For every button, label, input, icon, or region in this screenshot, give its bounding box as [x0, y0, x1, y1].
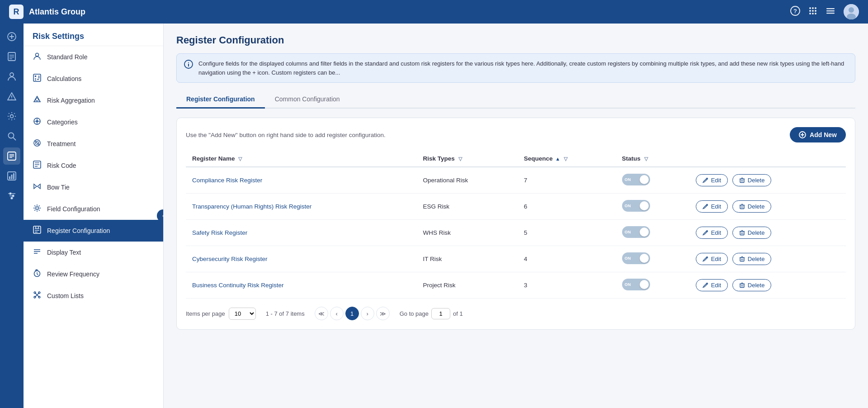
edit-button-3[interactable]: Edit — [696, 253, 728, 265]
cell-risk-types-4: Project Risk — [416, 272, 517, 299]
sidebar-item-review-frequency[interactable]: Review Frequency — [24, 263, 163, 285]
svg-point-9 — [812, 13, 814, 14]
sidebar-item-bow-tie[interactable]: Bow Tie — [24, 176, 163, 198]
toggle-status-0[interactable]: ON — [622, 174, 650, 185]
items-per-page-select[interactable]: 10 25 50 100 — [229, 308, 256, 320]
cell-register-name-0: Compliance Risk Register — [186, 167, 416, 194]
svg-point-43 — [11, 197, 13, 199]
top-navigation: R Atlantis Group ? — [0, 0, 868, 24]
svg-point-41 — [9, 193, 11, 195]
sidebar-item-label-risk-aggregation: Risk Aggregation — [47, 97, 95, 104]
sidebar-item-label-treatment: Treatment — [47, 140, 75, 147]
delete-button-1[interactable]: Delete — [732, 200, 772, 213]
cell-actions-0: Edit Delete — [687, 167, 846, 194]
avatar[interactable] — [844, 4, 859, 19]
current-page-button[interactable]: 1 — [345, 307, 359, 320]
cell-actions-3: Edit Delete — [687, 246, 846, 272]
sidebar-item-categories[interactable]: Categories — [24, 111, 163, 133]
add-new-button[interactable]: Add New — [790, 127, 846, 142]
svg-point-27 — [10, 115, 14, 118]
sidebar-item-risk-aggregation[interactable]: Risk Aggregation — [24, 90, 163, 111]
sidebar-item-display-text[interactable]: Display Text — [24, 242, 163, 263]
first-page-button[interactable]: ≪ — [315, 307, 328, 320]
sidebar-item-icon-categories — [33, 117, 42, 127]
toggle-status-1[interactable]: ON — [622, 200, 650, 212]
delete-button-3[interactable]: Delete — [732, 253, 772, 265]
icon-nav-search[interactable] — [3, 128, 20, 145]
table-row: Compliance Risk Register Operational Ris… — [186, 167, 846, 194]
cell-status-1: ON — [616, 194, 687, 220]
toggle-status-4[interactable]: ON — [622, 279, 650, 290]
register-table: Register Name ▽ Risk Types ▽ Sequence ▲ … — [186, 151, 846, 299]
icon-nav-add[interactable] — [3, 28, 20, 45]
col-sequence-sort-icon[interactable]: ▲ — [555, 156, 560, 161]
edit-button-0[interactable]: Edit — [696, 174, 728, 186]
toolbar-text: Use the "Add New" button on right hand s… — [186, 132, 386, 138]
col-sequence-filter-icon[interactable]: ▽ — [564, 156, 567, 161]
icon-nav-doc[interactable] — [3, 48, 20, 65]
goto-input[interactable]: 1 — [431, 308, 450, 319]
tab-register-configuration[interactable]: Register Configuration — [176, 91, 265, 109]
sidebar-item-icon-calculations — [33, 74, 42, 84]
edit-button-1[interactable]: Edit — [696, 200, 728, 213]
edit-button-2[interactable]: Edit — [696, 227, 728, 239]
svg-point-81 — [188, 62, 189, 63]
delete-button-0[interactable]: Delete — [732, 174, 772, 186]
prev-page-button[interactable]: ‹ — [330, 307, 344, 320]
table-row: Transparency (Human Rights) Risk Registe… — [186, 194, 846, 220]
sidebar-item-custom-lists[interactable]: Custom Lists — [24, 285, 163, 307]
help-icon[interactable]: ? — [790, 6, 800, 18]
menu-icon[interactable] — [826, 6, 835, 18]
icon-nav-person[interactable] — [3, 68, 20, 85]
svg-rect-35 — [9, 176, 10, 179]
grid-icon[interactable] — [808, 6, 817, 18]
sidebar-item-label-calculations: Calculations — [47, 75, 81, 82]
icon-nav-filter[interactable] — [3, 187, 20, 204]
next-page-button[interactable]: › — [361, 307, 374, 320]
col-sequence: Sequence ▲ ▽ — [518, 151, 616, 167]
sidebar-item-register-configuration[interactable]: Register Configuration — [24, 220, 163, 242]
sidebar-item-label-standard-role: Standard Role — [47, 53, 88, 61]
cell-sequence-2: 5 — [518, 220, 616, 246]
icon-nav-settings[interactable] — [3, 108, 20, 125]
col-actions — [687, 151, 846, 167]
sidebar-item-field-configuration[interactable]: Field Configuration — [24, 198, 163, 220]
delete-button-4[interactable]: Delete — [732, 279, 772, 291]
tab-common-configuration[interactable]: Common Configuration — [265, 91, 350, 109]
last-page-button[interactable]: ≫ — [376, 307, 390, 320]
toggle-status-2[interactable]: ON — [622, 226, 650, 238]
page-title: Register Configuration — [176, 34, 855, 46]
cell-status-0: ON — [616, 167, 687, 194]
sidebar-title: Risk Settings — [24, 24, 163, 46]
edit-button-4[interactable]: Edit — [696, 279, 728, 291]
icon-nav-warning[interactable] — [3, 88, 20, 105]
sidebar-item-standard-role[interactable]: Standard Role — [24, 46, 163, 68]
main-content: Register Configuration Configure fields … — [164, 24, 868, 408]
delete-button-2[interactable]: Delete — [732, 227, 772, 239]
cell-register-name-1: Transparency (Human Rights) Risk Registe… — [186, 194, 416, 220]
sidebar-item-label-register-configuration: Register Configuration — [47, 227, 110, 234]
svg-rect-104 — [740, 258, 744, 261]
svg-line-103 — [706, 257, 707, 258]
icon-nav-chart[interactable] — [3, 167, 20, 185]
svg-line-91 — [706, 205, 707, 206]
cell-register-name-2: Safety Risk Register — [186, 220, 416, 246]
svg-point-5 — [809, 10, 811, 12]
col-status-filter-icon[interactable]: ▽ — [644, 156, 648, 161]
col-register-name-filter-icon[interactable]: ▽ — [238, 156, 242, 161]
cell-register-name-4: Business Continuity Risk Register — [186, 272, 416, 299]
svg-point-66 — [36, 207, 38, 209]
cell-status-4: ON — [616, 272, 687, 299]
svg-line-85 — [706, 179, 707, 180]
of-label: of 1 — [453, 310, 463, 317]
icon-nav-list[interactable] — [3, 147, 20, 165]
svg-line-97 — [706, 231, 707, 232]
col-risk-types-filter-icon[interactable]: ▽ — [458, 156, 462, 161]
table-row: Safety Risk Register WHS Risk 5 ON Edit … — [186, 220, 846, 246]
sidebar-item-treatment[interactable]: Treatment — [24, 133, 163, 155]
goto-page-control: Go to page 1 of 1 — [400, 308, 463, 319]
toggle-status-3[interactable]: ON — [622, 252, 650, 264]
svg-point-7 — [815, 10, 816, 12]
sidebar-item-risk-code[interactable]: Risk Code — [24, 155, 163, 176]
sidebar-item-calculations[interactable]: Calculations — [24, 68, 163, 90]
